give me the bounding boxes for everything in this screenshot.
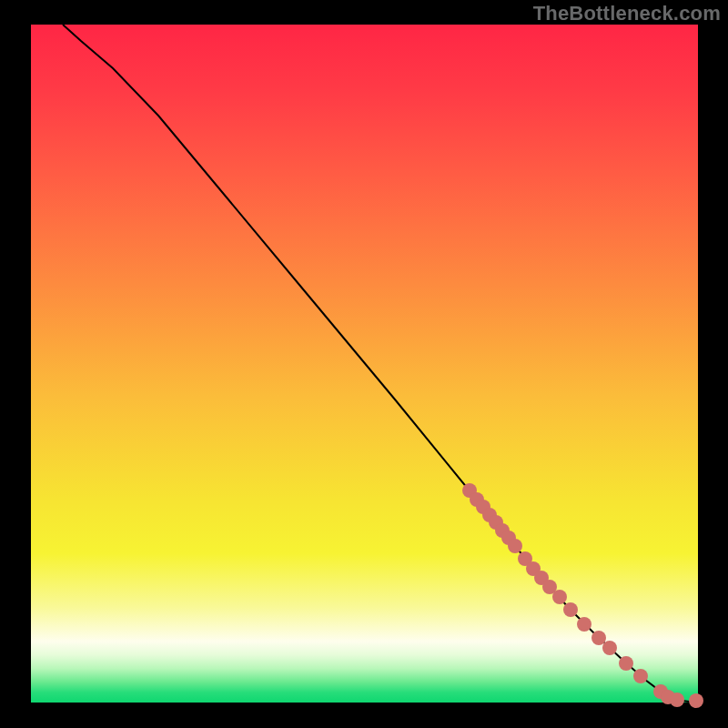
data-marker [633,669,648,683]
data-marker [602,641,617,655]
data-markers [462,483,703,708]
data-curve [63,25,698,703]
watermark-text: TheBottleneck.com [533,2,721,25]
chart-svg [31,25,698,703]
data-marker [689,693,703,708]
data-marker [619,656,633,671]
data-marker [577,617,592,632]
data-marker [563,602,578,617]
plot-area [31,25,698,703]
data-marker [552,590,567,604]
data-marker [508,539,522,553]
data-marker [670,693,684,707]
chart-frame: TheBottleneck.com [0,0,728,728]
data-marker [592,631,606,645]
